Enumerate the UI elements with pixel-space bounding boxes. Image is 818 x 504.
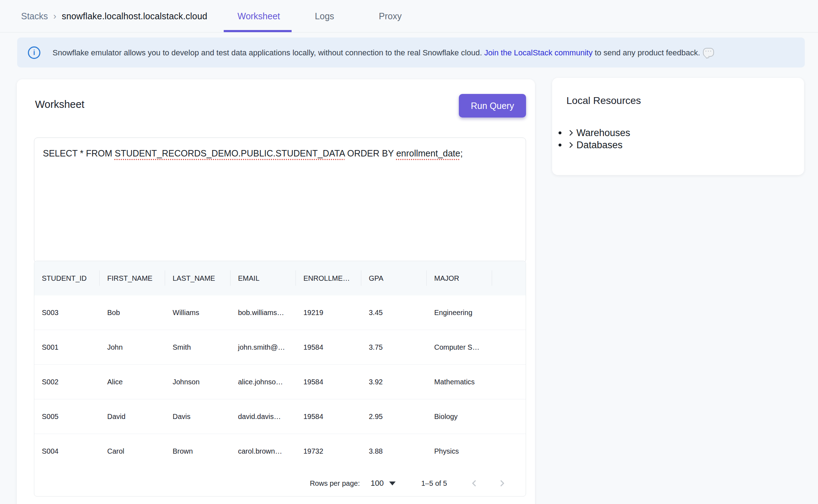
table-cell: Alice [100, 365, 165, 399]
table-cell: 19219 [296, 295, 361, 330]
breadcrumb-separator-icon: › [53, 11, 56, 22]
next-page-button[interactable] [496, 478, 508, 489]
top-nav: Stacks › snowflake.localhost.localstack.… [0, 0, 818, 33]
table-cell: 2.95 [361, 399, 427, 434]
table-cell: Brown [165, 434, 230, 468]
row-filler [492, 434, 526, 468]
table-cell: S004 [34, 434, 100, 468]
table-cell: Biology [427, 399, 492, 434]
info-icon: i [28, 46, 40, 59]
table-cell: 3.45 [361, 295, 427, 330]
table-cell: Williams [165, 295, 230, 330]
header-cell-enrollme-[interactable]: ENROLLME… [296, 261, 361, 295]
localstack-community-link[interactable]: Join the LocalStack community [484, 48, 593, 57]
chevron-right-icon [567, 129, 575, 137]
table-cell: Computer S… [427, 330, 492, 364]
header-cell-student-id[interactable]: STUDENT_ID [34, 261, 100, 295]
banner-text-after: to send any product feedback. [593, 48, 700, 57]
table-cell: John [100, 330, 165, 364]
sql-terminator: ; [460, 148, 463, 158]
table-row[interactable]: S001JohnSmithjohn.smith@…195843.75Comput… [34, 330, 526, 364]
table-cell: alice.johnso… [230, 365, 296, 399]
header-cell-last-name[interactable]: LAST_NAME [165, 261, 230, 295]
local-resources-panel: Local Resources Warehouses Databases [552, 78, 804, 175]
tab-worksheet[interactable]: Worksheet [237, 0, 280, 32]
bullet-icon [559, 144, 561, 146]
run-query-button[interactable]: Run Query [459, 94, 526, 118]
table-cell: 19584 [296, 330, 361, 364]
table-cell: 19584 [296, 365, 361, 399]
sql-order-column: enrollment_date [396, 148, 460, 158]
banner-text: Snowflake emulator allows you to develop… [53, 48, 714, 58]
header-cell-email[interactable]: EMAIL [230, 261, 296, 295]
table-cell: carol.brown… [230, 434, 296, 468]
table-cell: david.davis… [230, 399, 296, 434]
table-pagination: Rows per page: 100 1–5 of 5 [34, 468, 526, 496]
row-filler [492, 330, 526, 364]
table-cell: 19584 [296, 399, 361, 434]
table-cell: Physics [427, 434, 492, 468]
info-banner: i Snowflake emulator allows you to devel… [17, 38, 805, 68]
row-filler [492, 399, 526, 434]
table-body: S003BobWilliamsbob.williams…192193.45Eng… [34, 295, 526, 468]
worksheet-panel: Worksheet Run Query SELECT * FROM STUDEN… [17, 79, 535, 504]
table-row[interactable]: S005DavidDavisdavid.davis…195842.95Biolo… [34, 399, 526, 434]
resource-tree-item-label: Databases [576, 140, 623, 151]
chevron-right-icon [497, 478, 507, 488]
rows-per-page-label: Rows per page: [310, 479, 360, 488]
bullet-icon [559, 131, 561, 134]
banner-text-before: Snowflake emulator allows you to develop… [53, 48, 484, 57]
breadcrumb-stacks-link[interactable]: Stacks [21, 11, 48, 21]
rows-per-page-select[interactable]: 100 [371, 479, 396, 488]
header-cell-gpa[interactable]: GPA [361, 261, 427, 295]
table-row[interactable]: S004CarolBrowncarol.brown…197323.88Physi… [34, 434, 526, 468]
resource-tree: Warehouses Databases [552, 127, 630, 151]
table-cell: Johnson [165, 365, 230, 399]
table-cell: 19732 [296, 434, 361, 468]
rows-per-page-value: 100 [371, 479, 384, 488]
table-cell: S003 [34, 295, 100, 330]
sql-editor[interactable]: SELECT * FROM STUDENT_RECORDS_DEMO.PUBLI… [34, 138, 526, 263]
table-cell: 3.92 [361, 365, 427, 399]
table-cell: David [100, 399, 165, 434]
pagination-range-label: 1–5 of 5 [421, 479, 447, 488]
chevron-right-icon [567, 141, 575, 149]
table-cell: S005 [34, 399, 100, 434]
table-cell: S001 [34, 330, 100, 364]
tab-logs[interactable]: Logs [315, 0, 334, 32]
table-cell: bob.williams… [230, 295, 296, 330]
breadcrumb-current-stack: snowflake.localhost.localstack.cloud [62, 11, 207, 21]
table-cell: Mathematics [427, 365, 492, 399]
worksheet-title: Worksheet [35, 98, 84, 110]
table-row[interactable]: S003BobWilliamsbob.williams…192193.45Eng… [34, 295, 526, 330]
previous-page-button[interactable] [469, 478, 480, 489]
table-row[interactable]: S002AliceJohnsonalice.johnso…195843.92Ma… [34, 364, 526, 399]
table-cell: Bob [100, 295, 165, 330]
header-cell-major[interactable]: MAJOR [427, 261, 492, 295]
tab-proxy[interactable]: Proxy [379, 0, 402, 32]
table-header-row: STUDENT_IDFIRST_NAMELAST_NAMEEMAILENROLL… [34, 261, 526, 295]
table-cell: Carol [100, 434, 165, 468]
breadcrumb: Stacks › snowflake.localhost.localstack.… [21, 0, 207, 32]
results-table: STUDENT_IDFIRST_NAMELAST_NAMEEMAILENROLL… [34, 261, 526, 496]
table-cell: Davis [165, 399, 230, 434]
sql-table-ref: STUDENT_RECORDS_DEMO.PUBLIC.STUDENT_DATA [115, 148, 345, 158]
table-cell: 3.88 [361, 434, 427, 468]
chevron-left-icon [469, 478, 479, 488]
resource-tree-item-warehouses[interactable]: Warehouses [552, 127, 630, 139]
table-cell: Engineering [427, 295, 492, 330]
table-cell: john.smith@… [230, 330, 296, 364]
resource-tree-item-databases[interactable]: Databases [552, 139, 630, 151]
header-filler [492, 261, 526, 295]
local-resources-title: Local Resources [566, 95, 641, 107]
active-tab-indicator [224, 30, 292, 32]
header-cell-first-name[interactable]: FIRST_NAME [100, 261, 165, 295]
sql-order-by: ORDER BY [345, 148, 396, 158]
table-cell: Smith [165, 330, 230, 364]
resource-tree-item-label: Warehouses [576, 128, 630, 139]
table-cell: S002 [34, 365, 100, 399]
sql-select-from: SELECT * FROM [43, 148, 115, 158]
table-cell: 3.75 [361, 330, 427, 364]
row-filler [492, 365, 526, 399]
row-filler [492, 295, 526, 330]
